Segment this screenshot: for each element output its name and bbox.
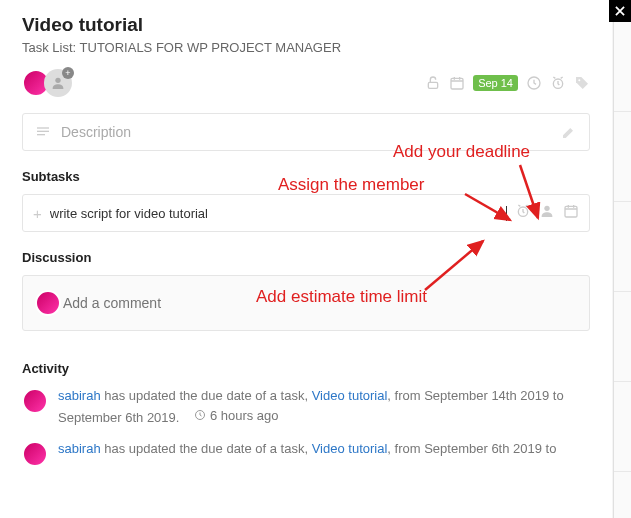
tasklist-name: TUTORIALS FOR WP PROJECT MANAGER [80, 40, 341, 55]
svg-rect-2 [451, 78, 463, 89]
subtask-estimate-button[interactable] [515, 203, 531, 223]
activity-tail: , from September 6th 2019 to [387, 441, 556, 456]
reminder-icon[interactable] [550, 75, 566, 91]
activity-verb: has updated the due date of a task, [101, 388, 312, 403]
activity-user-link[interactable]: sabirah [58, 388, 101, 403]
svg-rect-8 [37, 134, 45, 135]
activity-row: sabirah has updated the due date of a ta… [22, 439, 590, 467]
subtask-actions [515, 203, 579, 223]
activity-text: sabirah has updated the due date of a ta… [58, 439, 556, 459]
task-modal: Video tutorial Task List: TUTORIALS FOR … [0, 0, 612, 518]
pencil-icon[interactable] [561, 124, 577, 140]
activity-text: sabirah has updated the due date of a ta… [58, 386, 590, 427]
svg-point-5 [578, 79, 580, 81]
add-assignee-button[interactable] [44, 69, 72, 97]
comment-box [22, 275, 590, 331]
svg-rect-6 [37, 127, 49, 128]
tag-icon[interactable] [574, 75, 590, 91]
subtasks-heading: Subtasks [22, 169, 590, 184]
subtask-assign-button[interactable] [539, 203, 555, 223]
current-user-avatar [35, 290, 61, 316]
time-ago-text: 6 hours ago [210, 406, 279, 426]
activity-task-link[interactable]: Video tutorial [312, 388, 388, 403]
due-date-badge[interactable]: Sep 14 [473, 75, 518, 91]
time-icon[interactable] [526, 75, 542, 91]
svg-rect-1 [428, 82, 437, 88]
description-field[interactable]: Description [22, 113, 590, 151]
assignees [22, 69, 72, 97]
plus-icon: + [33, 205, 42, 222]
tasklist-prefix: Task List: [22, 40, 80, 55]
activity-task-link[interactable]: Video tutorial [312, 441, 388, 456]
modal-content: Video tutorial Task List: TUTORIALS FOR … [0, 0, 612, 493]
svg-point-10 [544, 206, 549, 211]
avatar [22, 441, 48, 467]
description-placeholder: Description [61, 124, 131, 140]
task-title: Video tutorial [22, 14, 590, 36]
discussion-heading: Discussion [22, 250, 590, 265]
activity-heading: Activity [22, 361, 590, 376]
close-icon [613, 4, 627, 18]
svg-rect-7 [37, 131, 49, 132]
subtask-input[interactable] [50, 206, 507, 221]
svg-point-0 [55, 78, 60, 83]
subtask-deadline-button[interactable] [563, 203, 579, 223]
paragraph-icon [35, 124, 51, 140]
activity-time: 6 hours ago [194, 406, 279, 426]
activity-verb: has updated the due date of a task, [101, 441, 312, 456]
calendar-start-icon[interactable] [449, 75, 465, 91]
close-button[interactable] [609, 0, 631, 22]
task-meta-row: Sep 14 [22, 69, 590, 97]
avatar [22, 388, 48, 414]
subtask-input-row: + [22, 194, 590, 232]
background-panel [613, 22, 631, 518]
clock-icon [194, 409, 206, 421]
user-icon [50, 75, 66, 91]
svg-rect-11 [565, 206, 577, 217]
tasklist-breadcrumb: Task List: TUTORIALS FOR WP PROJECT MANA… [22, 40, 590, 55]
meta-icons: Sep 14 [425, 75, 590, 91]
comment-input[interactable] [63, 295, 577, 311]
activity-row: sabirah has updated the due date of a ta… [22, 386, 590, 427]
activity-user-link[interactable]: sabirah [58, 441, 101, 456]
unlock-icon[interactable] [425, 75, 441, 91]
